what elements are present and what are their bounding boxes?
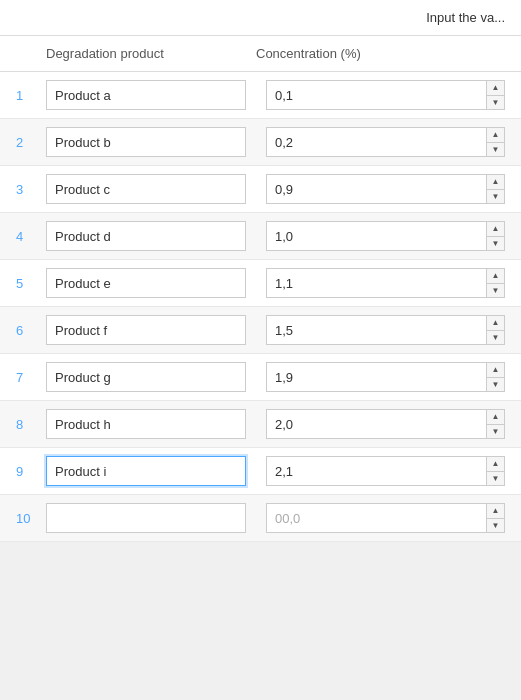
- col-concentration-header: Concentration (%): [256, 46, 505, 61]
- spin-down-button[interactable]: ▼: [487, 190, 504, 204]
- concentration-input[interactable]: [266, 409, 505, 439]
- spin-down-button[interactable]: ▼: [487, 378, 504, 392]
- table-row: 7▲▼: [0, 354, 521, 401]
- table-container: Degradation product Concentration (%) 1▲…: [0, 36, 521, 542]
- spin-up-button[interactable]: ▲: [487, 410, 504, 425]
- spin-up-button[interactable]: ▲: [487, 222, 504, 237]
- spin-buttons: ▲▼: [486, 410, 504, 438]
- row-number: 9: [16, 464, 46, 479]
- concentration-wrap: ▲▼: [266, 80, 505, 110]
- table-row: 2▲▼: [0, 119, 521, 166]
- concentration-wrap: ▲▼: [266, 456, 505, 486]
- column-headers: Degradation product Concentration (%): [0, 36, 521, 72]
- header-bar: Input the va...: [0, 0, 521, 36]
- row-number: 3: [16, 182, 46, 197]
- row-number: 4: [16, 229, 46, 244]
- table-row: 5▲▼: [0, 260, 521, 307]
- table-row: 6▲▼: [0, 307, 521, 354]
- spin-down-button[interactable]: ▼: [487, 472, 504, 486]
- spin-up-button[interactable]: ▲: [487, 128, 504, 143]
- row-number: 10: [16, 511, 46, 526]
- spin-down-button[interactable]: ▼: [487, 331, 504, 345]
- spin-up-button[interactable]: ▲: [487, 363, 504, 378]
- product-input[interactable]: [46, 409, 246, 439]
- spin-buttons: ▲▼: [486, 269, 504, 297]
- table-row: 1▲▼: [0, 72, 521, 119]
- spin-down-button[interactable]: ▼: [487, 519, 504, 533]
- spin-buttons: ▲▼: [486, 363, 504, 391]
- spin-up-button[interactable]: ▲: [487, 457, 504, 472]
- concentration-input[interactable]: [266, 503, 505, 533]
- concentration-input[interactable]: [266, 362, 505, 392]
- rows-container: 1▲▼2▲▼3▲▼4▲▼5▲▼6▲▼7▲▼8▲▼9▲▼10▲▼: [0, 72, 521, 542]
- concentration-input[interactable]: [266, 456, 505, 486]
- spin-buttons: ▲▼: [486, 504, 504, 532]
- row-number: 1: [16, 88, 46, 103]
- concentration-wrap: ▲▼: [266, 174, 505, 204]
- spin-up-button[interactable]: ▲: [487, 175, 504, 190]
- concentration-input[interactable]: [266, 315, 505, 345]
- concentration-wrap: ▲▼: [266, 221, 505, 251]
- spin-buttons: ▲▼: [486, 81, 504, 109]
- table-row: 3▲▼: [0, 166, 521, 213]
- concentration-wrap: ▲▼: [266, 127, 505, 157]
- col-product-header: Degradation product: [46, 46, 256, 61]
- spin-buttons: ▲▼: [486, 175, 504, 203]
- concentration-wrap: ▲▼: [266, 268, 505, 298]
- table-row: 10▲▼: [0, 495, 521, 542]
- spin-up-button[interactable]: ▲: [487, 269, 504, 284]
- product-input[interactable]: [46, 221, 246, 251]
- product-input[interactable]: [46, 174, 246, 204]
- product-input[interactable]: [46, 456, 246, 486]
- spin-buttons: ▲▼: [486, 222, 504, 250]
- concentration-wrap: ▲▼: [266, 362, 505, 392]
- row-number: 5: [16, 276, 46, 291]
- row-number: 8: [16, 417, 46, 432]
- concentration-wrap: ▲▼: [266, 409, 505, 439]
- spin-down-button[interactable]: ▼: [487, 237, 504, 251]
- table-row: 4▲▼: [0, 213, 521, 260]
- header-text: Input the va...: [426, 10, 505, 25]
- concentration-wrap: ▲▼: [266, 503, 505, 533]
- product-input[interactable]: [46, 127, 246, 157]
- spin-down-button[interactable]: ▼: [487, 284, 504, 298]
- table-row: 8▲▼: [0, 401, 521, 448]
- concentration-input[interactable]: [266, 80, 505, 110]
- product-input[interactable]: [46, 315, 246, 345]
- product-input[interactable]: [46, 503, 246, 533]
- spin-down-button[interactable]: ▼: [487, 96, 504, 110]
- product-input[interactable]: [46, 362, 246, 392]
- spin-buttons: ▲▼: [486, 128, 504, 156]
- concentration-input[interactable]: [266, 221, 505, 251]
- spin-buttons: ▲▼: [486, 316, 504, 344]
- table-row: 9▲▼: [0, 448, 521, 495]
- product-input[interactable]: [46, 268, 246, 298]
- concentration-input[interactable]: [266, 174, 505, 204]
- spin-down-button[interactable]: ▼: [487, 143, 504, 157]
- row-number: 7: [16, 370, 46, 385]
- spin-up-button[interactable]: ▲: [487, 316, 504, 331]
- concentration-wrap: ▲▼: [266, 315, 505, 345]
- spin-down-button[interactable]: ▼: [487, 425, 504, 439]
- row-number: 2: [16, 135, 46, 150]
- spin-up-button[interactable]: ▲: [487, 81, 504, 96]
- spin-up-button[interactable]: ▲: [487, 504, 504, 519]
- product-input[interactable]: [46, 80, 246, 110]
- spin-buttons: ▲▼: [486, 457, 504, 485]
- concentration-input[interactable]: [266, 127, 505, 157]
- concentration-input[interactable]: [266, 268, 505, 298]
- row-number: 6: [16, 323, 46, 338]
